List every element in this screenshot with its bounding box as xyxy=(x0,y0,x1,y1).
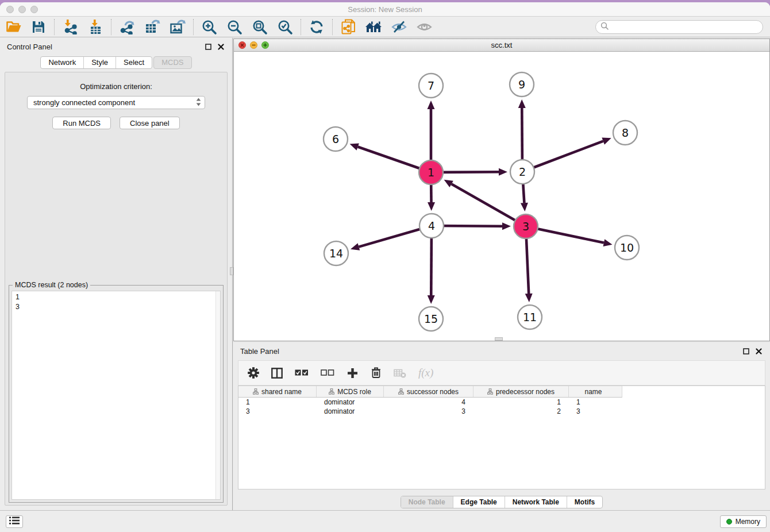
zoom-fit-icon[interactable] xyxy=(251,18,268,36)
tab-network-table[interactable]: Network Table xyxy=(505,496,567,508)
graph-edge-arrowhead xyxy=(602,137,611,144)
graph-edge-arrowhead xyxy=(521,203,528,211)
home-view-icon[interactable] xyxy=(365,18,382,36)
delete-table-icon xyxy=(394,366,406,380)
float-panel-icon[interactable] xyxy=(203,42,213,51)
window-title: Session: New Session xyxy=(0,2,770,17)
graph-edge-2-8[interactable] xyxy=(522,141,603,172)
close-window-button[interactable] xyxy=(6,6,14,13)
graph-node-label: 14 xyxy=(329,247,343,260)
tab-node-table[interactable]: Node Table xyxy=(401,496,453,508)
graph-edge-arrowhead xyxy=(518,99,526,108)
column-header-label: shared name xyxy=(261,388,302,396)
dropdown-stepper-icon xyxy=(196,98,201,108)
run-mcds-button[interactable]: Run MCDS xyxy=(52,117,111,129)
open-session-icon[interactable] xyxy=(5,18,22,36)
duplicate-network-icon[interactable] xyxy=(340,18,357,36)
column-header-name[interactable]: name xyxy=(569,386,618,397)
task-history-button[interactable] xyxy=(6,515,23,528)
import-table-icon[interactable] xyxy=(87,18,104,36)
network-window-titlebar[interactable]: scc.txt xyxy=(234,39,769,52)
export-image-icon[interactable] xyxy=(169,18,186,36)
add-column-icon[interactable] xyxy=(346,366,358,380)
table-cell[interactable]: 1 xyxy=(569,398,618,406)
optimization-criterion-label: Optimization criterion: xyxy=(5,82,227,91)
tab-network[interactable]: Network xyxy=(41,57,84,68)
search-input[interactable] xyxy=(612,22,758,32)
toolbar-separator xyxy=(301,19,301,35)
tab-style[interactable]: Style xyxy=(84,57,116,68)
table-cell[interactable]: dominator xyxy=(317,398,384,406)
column-header-successor-nodes[interactable]: successor nodes xyxy=(384,386,473,397)
close-panel-button[interactable]: Close panel xyxy=(120,117,180,129)
mcds-result-area[interactable]: 1 3 xyxy=(11,291,221,500)
close-table-panel-icon[interactable] xyxy=(754,346,763,356)
network-window-title: scc.txt xyxy=(491,41,513,49)
search-icon xyxy=(600,22,609,32)
tab-select[interactable]: Select xyxy=(116,57,152,68)
unselect-all-columns-icon[interactable] xyxy=(321,366,334,380)
mcds-panel: Optimization criterion: strongly connect… xyxy=(5,72,228,506)
delete-columns-icon[interactable] xyxy=(370,366,382,380)
table-settings-icon[interactable] xyxy=(248,366,259,380)
toolbar-separator xyxy=(54,19,55,35)
optimization-criterion-select[interactable]: strongly connected component xyxy=(27,96,205,109)
export-table-icon[interactable] xyxy=(144,18,161,36)
memory-button[interactable]: Memory xyxy=(720,515,767,528)
show-all-icon[interactable] xyxy=(415,18,433,36)
minimize-network-button[interactable] xyxy=(250,41,257,49)
column-header-MCDS-role[interactable]: MCDS role xyxy=(317,386,384,397)
control-panel-title: Control Panel xyxy=(7,43,52,51)
control-panel-tabs: Network Style Select MCDS xyxy=(0,55,232,69)
zoom-out-icon[interactable] xyxy=(226,18,243,36)
show-columns-icon[interactable] xyxy=(271,366,283,380)
column-header-predecessor-nodes[interactable]: predecessor nodes xyxy=(473,386,569,397)
zoom-window-button[interactable] xyxy=(30,6,38,13)
table-body: 1dominator4113dominator323 xyxy=(238,398,765,416)
table-cell[interactable]: 4 xyxy=(384,398,473,406)
refresh-network-icon[interactable] xyxy=(308,18,325,36)
select-all-columns-icon[interactable] xyxy=(295,366,309,380)
column-header-label: successor nodes xyxy=(407,388,459,396)
save-session-icon[interactable] xyxy=(30,18,47,36)
hide-selected-icon[interactable] xyxy=(390,18,407,36)
tab-motifs[interactable]: Motifs xyxy=(567,496,602,508)
graph-node-label: 1 xyxy=(428,166,434,179)
table-cell[interactable]: 1 xyxy=(473,398,569,406)
table-row[interactable]: 1dominator411 xyxy=(238,398,765,407)
main-toolbar xyxy=(0,17,770,37)
export-network-icon[interactable] xyxy=(118,18,136,36)
table-cell[interactable]: 3 xyxy=(384,407,473,415)
search-box[interactable] xyxy=(595,20,763,34)
close-panel-icon[interactable] xyxy=(216,42,225,51)
table-cell[interactable]: 3 xyxy=(569,407,618,415)
vertical-splitter-handle[interactable] xyxy=(230,267,233,275)
control-panel: Control Panel Network Style Select MCDS … xyxy=(0,38,233,510)
zoom-in-icon[interactable] xyxy=(201,18,218,36)
horizontal-splitter-handle[interactable] xyxy=(495,337,503,341)
table-cell[interactable]: 3 xyxy=(238,407,317,415)
graph-edge-3-1[interactable] xyxy=(452,184,526,226)
minimize-window-button[interactable] xyxy=(18,6,26,13)
graph-node-label: 6 xyxy=(332,133,339,145)
toolbar-separator xyxy=(193,19,194,35)
float-table-panel-icon[interactable] xyxy=(741,346,750,356)
close-network-button[interactable] xyxy=(238,41,246,49)
tab-edge-table[interactable]: Edge Table xyxy=(453,496,505,508)
mcds-result-group: MCDS result (2 nodes) 1 3 xyxy=(9,285,224,503)
maximize-network-button[interactable] xyxy=(261,41,269,49)
column-header-shared-name[interactable]: shared name xyxy=(238,386,317,397)
zoom-selected-icon[interactable] xyxy=(276,18,294,36)
tab-mcds[interactable]: MCDS xyxy=(153,56,191,69)
table-row[interactable]: 3dominator323 xyxy=(238,407,765,416)
import-network-icon[interactable] xyxy=(61,18,79,36)
mcds-result-list[interactable]: 1 3 xyxy=(12,291,215,499)
table-cell[interactable]: dominator xyxy=(317,407,384,415)
graph-node-label: 11 xyxy=(523,311,537,323)
network-canvas[interactable]: 7968124314101511 xyxy=(234,52,769,341)
result-scrollbar[interactable] xyxy=(215,291,220,499)
table-cell[interactable]: 1 xyxy=(238,398,317,406)
table-cell[interactable]: 2 xyxy=(473,407,569,415)
network-canvas-svg[interactable]: 7968124314101511 xyxy=(234,52,769,341)
node-table: shared nameMCDS rolesuccessor nodesprede… xyxy=(238,385,765,489)
